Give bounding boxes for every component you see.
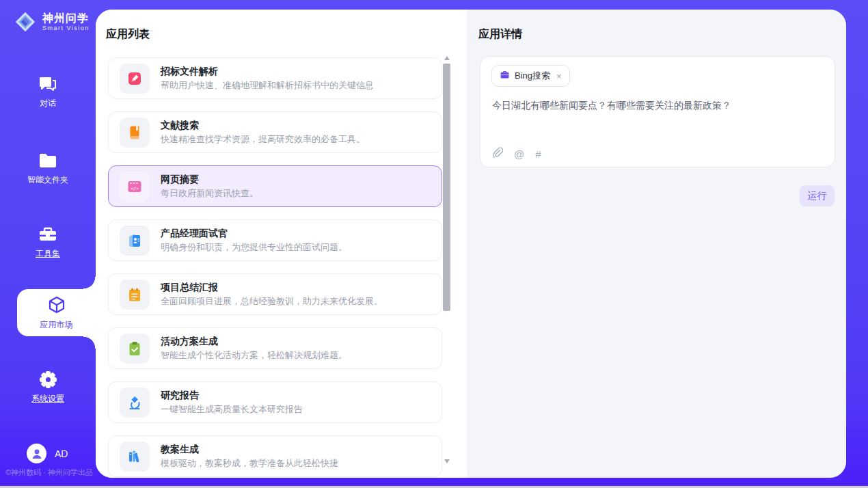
- gear-icon: [0, 369, 96, 390]
- edit-square-icon: [120, 64, 150, 94]
- app-card-title: 网页摘要: [161, 174, 258, 185]
- input-toolbar: @ #: [492, 147, 541, 162]
- app-card[interactable]: 招标文件解析帮助用户快速、准确地理解和解析招标书中的关键信息: [108, 57, 442, 99]
- books-icon: [120, 442, 150, 472]
- copyright-footer: ©神州数码 · 神州问学出品: [5, 467, 93, 478]
- avatar[interactable]: [27, 444, 46, 463]
- scrollbar-thumb[interactable]: [443, 64, 450, 311]
- active-tab-fillet-top: [83, 277, 96, 289]
- app-card-description: 快速精准查找学术资源，提高研究效率的必备工具。: [161, 135, 365, 144]
- app-card[interactable]: 项目总结汇报全面回顾项目进展，总结经验教训，助力未来优化发展。: [108, 273, 442, 315]
- sidebar-item-label: 智能文件夹: [0, 174, 96, 186]
- brand-name: 神州问学: [42, 12, 90, 25]
- app-list-panel: 应用列表 招标文件解析帮助用户快速、准确地理解和解析招标书中的关键信息文献搜索快…: [96, 10, 467, 478]
- clipboard-check-icon: [120, 334, 150, 364]
- sidebar-item-5[interactable]: 系统设置: [0, 369, 96, 405]
- app-card-texts: 产品经理面试官明确身份和职责，为您提供专业性的面试问题。: [161, 228, 347, 252]
- user-initials: AD: [55, 448, 68, 459]
- app-card-description: 全面回顾项目进展，总结经验教训，助力未来优化发展。: [161, 297, 383, 306]
- mention-icon[interactable]: @: [514, 148, 524, 161]
- book-icon: [120, 118, 150, 148]
- run-button[interactable]: 运行: [800, 185, 835, 206]
- sidebar-item-label: 系统设置: [0, 393, 96, 405]
- brand-subtitle: Smart Vision: [42, 25, 90, 31]
- user-block[interactable]: AD: [27, 444, 68, 463]
- app-card-description: 帮助用户快速、准确地理解和解析招标书中的关键信息: [161, 81, 374, 90]
- active-tab-fillet-bottom: [83, 336, 96, 349]
- app-card-title: 文献搜索: [161, 120, 365, 131]
- sidebar: 神州问学 Smart Vision 对话智能文件夹 工具集 应用市场 系统设置 …: [0, 0, 96, 488]
- svg-text:</>: </>: [131, 185, 139, 191]
- app-card[interactable]: 活动方案生成智能生成个性化活动方案，轻松解决规划难题。: [108, 327, 442, 369]
- app-card[interactable]: </>网页摘要每日政府新闻资讯快查。: [108, 165, 442, 207]
- app-card-title: 研究报告: [161, 390, 303, 401]
- hash-icon[interactable]: #: [535, 148, 541, 161]
- app-card[interactable]: 研究报告一键智能生成高质量长文本研究报告: [108, 381, 442, 423]
- attachment-icon[interactable]: [492, 147, 503, 162]
- sidebar-item-3[interactable]: 工具集: [0, 224, 96, 260]
- sidebar-item-2[interactable]: 智能文件夹: [0, 150, 96, 186]
- scrollbar[interactable]: [443, 56, 451, 463]
- app-card-description: 模板驱动，教案秒成，教学准备从此轻松快捷: [161, 459, 338, 468]
- app-card-texts: 项目总结汇报全面回顾项目进展，总结经验教训，助力未来优化发展。: [161, 282, 383, 306]
- app-card-title: 项目总结汇报: [161, 282, 383, 293]
- app-card-texts: 活动方案生成智能生成个性化活动方案，轻松解决规划难题。: [161, 336, 347, 360]
- sidebar-item-label: 应用市场: [17, 319, 96, 331]
- app-card-description: 每日政府新闻资讯快查。: [161, 189, 258, 198]
- app-card-title: 教案生成: [161, 444, 338, 455]
- app-card-title: 活动方案生成: [161, 336, 347, 347]
- sidebar-item-1[interactable]: 对话: [0, 74, 96, 109]
- app-card-description: 智能生成个性化活动方案，轻松解决规划难题。: [161, 351, 347, 360]
- app-detail-title: 应用详情: [478, 27, 522, 42]
- interviewer-icon: [120, 226, 150, 256]
- app-card-texts: 网页摘要每日政府新闻资讯快查。: [161, 174, 258, 198]
- microscope-icon: [120, 388, 150, 418]
- sidebar-item-4[interactable]: 应用市场: [17, 289, 96, 336]
- app-card-description: 一键智能生成高质量长文本研究报告: [161, 405, 303, 414]
- app-card-title: 招标文件解析: [161, 66, 374, 77]
- chat-icon: [0, 74, 96, 94]
- brand: 神州问学 Smart Vision: [14, 10, 90, 33]
- notepad-icon: [120, 280, 150, 310]
- app-card-texts: 招标文件解析帮助用户快速、准确地理解和解析招标书中的关键信息: [161, 66, 374, 90]
- sidebar-item-label: 工具集: [0, 248, 96, 260]
- query-text[interactable]: 今日湖北有哪些新闻要点？有哪些需要关注的最新政策？: [492, 98, 820, 112]
- app-card[interactable]: 文献搜索快速精准查找学术资源，提高研究效率的必备工具。: [108, 111, 442, 153]
- app-card-texts: 研究报告一键智能生成高质量长文本研究报告: [161, 390, 303, 414]
- sidebar-item-label: 对话: [0, 98, 96, 109]
- scrollbar-down-arrow-icon[interactable]: [444, 459, 450, 463]
- app-card[interactable]: 产品经理面试官明确身份和职责，为您提供专业性的面试问题。: [108, 219, 442, 261]
- briefcase-icon: [500, 70, 510, 83]
- toolbox-icon: [0, 224, 96, 245]
- main-container: 应用列表 招标文件解析帮助用户快速、准确地理解和解析招标书中的关键信息文献搜索快…: [96, 10, 846, 478]
- app-card[interactable]: 教案生成模板驱动，教案秒成，教学准备从此轻松快捷: [108, 435, 442, 477]
- tool-chip-label: Bing搜索: [515, 70, 550, 82]
- scrollbar-up-arrow-icon[interactable]: [444, 56, 450, 60]
- tool-chip-bing-search[interactable]: Bing搜索 ×: [491, 65, 570, 87]
- folder-icon: [0, 150, 96, 171]
- app-card-description: 明确身份和职责，为您提供专业性的面试问题。: [161, 243, 347, 252]
- app-card-texts: 教案生成模板驱动，教案秒成，教学准备从此轻松快捷: [161, 444, 338, 468]
- app-list-title: 应用列表: [106, 27, 150, 42]
- web-code-icon: </>: [120, 172, 150, 202]
- app-card-title: 产品经理面试官: [161, 228, 347, 239]
- brand-logo-icon: [14, 10, 37, 33]
- cube-icon: [17, 295, 96, 316]
- app-card-list: 招标文件解析帮助用户快速、准确地理解和解析招标书中的关键信息文献搜索快速精准查找…: [108, 57, 442, 478]
- query-card: Bing搜索 × 今日湖北有哪些新闻要点？有哪些需要关注的最新政策？ @ #: [480, 56, 835, 167]
- app-card-texts: 文献搜索快速精准查找学术资源，提高研究效率的必备工具。: [161, 120, 365, 144]
- app-detail-panel: 应用详情 Bing搜索 × 今日湖北有哪些新闻要点？有哪些需要关注的最新政策？: [467, 10, 846, 478]
- chip-close-icon[interactable]: ×: [556, 71, 562, 81]
